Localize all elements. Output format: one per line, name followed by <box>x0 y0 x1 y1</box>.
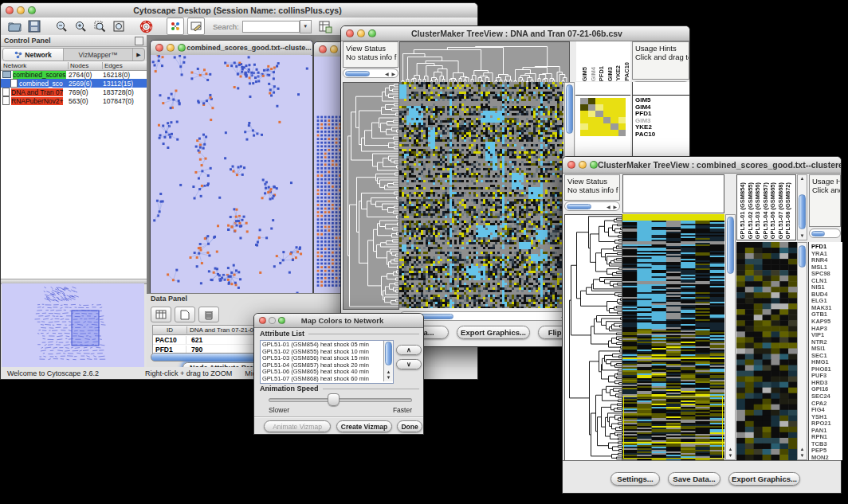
id-column-header[interactable]: ID <box>153 326 187 334</box>
float-panel-icon[interactable] <box>135 37 143 45</box>
zoom-selected-icon[interactable] <box>92 18 108 34</box>
open-file-icon[interactable] <box>7 18 23 34</box>
close-button[interactable] <box>6 6 14 14</box>
minimize-button[interactable] <box>357 29 365 37</box>
col-header-network[interactable]: Network <box>1 62 69 69</box>
treeview2-title-bar[interactable]: ClusterMaker TreeView : combined_scores_… <box>563 157 841 174</box>
col-header-nodes[interactable]: Nodes <box>69 62 103 69</box>
save-icon[interactable] <box>26 18 42 34</box>
heatmap-cell <box>603 123 611 130</box>
attribute-list-scrollbar[interactable]: ▲▼ <box>383 341 393 381</box>
zoom-view-vscrollbar[interactable]: ▲▼ <box>797 242 807 460</box>
column-dendrogram[interactable] <box>399 41 570 83</box>
network-row[interactable]: combined_sco2569(6)13112(15) <box>1 79 147 88</box>
heatmap-global-view[interactable] <box>399 82 563 308</box>
column-label[interactable]: GPL51-02 (GSM855) <box>747 182 755 239</box>
column-label[interactable]: YKE2 <box>614 65 622 81</box>
gene-label[interactable]: PAC10 <box>635 131 689 139</box>
save-data-button[interactable]: Save Data... <box>668 472 720 486</box>
speed-slider-track[interactable] <box>269 398 412 402</box>
network-canvas[interactable] <box>151 55 311 295</box>
zoom-out-icon[interactable] <box>53 18 69 34</box>
zoom-window-button[interactable] <box>590 161 598 169</box>
zoom-view-heatmap[interactable] <box>580 98 626 136</box>
view-status-scrollbar[interactable]: ◀ ▶ <box>343 68 398 78</box>
cytoscape-title-bar[interactable]: Cytoscape Desktop (Session Name: collins… <box>1 3 477 18</box>
settings-button[interactable]: Settings... <box>610 472 660 486</box>
network-view-title-bar[interactable]: combined_scores_good.txt--cluste... <box>151 41 312 56</box>
network-name: RNAPuberNov2+ <box>11 97 63 105</box>
column-label[interactable]: GPL51-03 (GSM856) <box>754 182 762 239</box>
column-label[interactable]: GPL51-08 (GSM872) <box>784 182 792 239</box>
speed-slider-thumb[interactable] <box>328 393 340 406</box>
heatmap-global-view[interactable] <box>622 214 724 460</box>
attribute-listbox[interactable]: GPL51-01 (GSM854) heat shock 05 minGPL51… <box>260 340 394 384</box>
close-button[interactable] <box>319 45 327 53</box>
close-button[interactable] <box>259 317 266 324</box>
heatmap-vscrollbar[interactable]: ▲▼ <box>725 214 736 460</box>
folder-icon <box>2 71 11 78</box>
row-dendrogram[interactable] <box>343 82 399 310</box>
new-attribute-icon[interactable] <box>175 307 195 322</box>
search-dropdown-button[interactable]: ▼ <box>300 20 312 33</box>
animation-speed-group: Animation Speed <box>260 385 419 393</box>
tab-overflow-button[interactable]: ▶ <box>132 49 144 61</box>
minimize-button[interactable] <box>330 45 338 53</box>
network-row[interactable]: DNA and Tran 07769(0)183728(0) <box>1 88 147 96</box>
close-button[interactable] <box>155 44 163 52</box>
help-lifering-icon[interactable] <box>138 18 154 34</box>
network-row[interactable]: RNAPuberNov2+563(0)107847(0) <box>1 96 147 105</box>
create-vizmap-button[interactable]: Create Vizmap <box>336 420 392 432</box>
zoom-in-icon[interactable] <box>73 18 88 34</box>
export-graphics-button[interactable]: Export Graphics... <box>728 472 800 486</box>
network-row[interactable]: combined_scores2764(0)16218(0) <box>1 70 147 79</box>
column-label[interactable]: PAC10 <box>623 62 631 81</box>
network-overview-thumbnail[interactable] <box>2 283 144 368</box>
column-label[interactable]: GIM5 <box>581 67 589 81</box>
row-dendrogram[interactable] <box>564 214 622 462</box>
zoom-window-button[interactable] <box>28 6 36 14</box>
treeview2-gene-labels[interactable]: PFD1YRA1RNR4MSL1SPC98CLN1NIS1BUD4ELG1MAK… <box>808 242 842 460</box>
tab-vizmapper[interactable]: VizMapper™ <box>64 49 132 61</box>
treeview1-title-bar[interactable]: ClusterMaker TreeView : DNA and Tran 07-… <box>341 26 689 41</box>
column-labels-scrollbar[interactable]: ▲▼ <box>797 174 807 240</box>
view-status-scrollbar[interactable]: ◀ ▶ <box>564 201 620 211</box>
minimize-button[interactable] <box>269 317 276 324</box>
dialog-title-bar[interactable]: Map Colors to Network <box>254 314 423 328</box>
column-label[interactable]: GPL51-04 (GSM857) <box>762 182 770 239</box>
column-label[interactable]: GPL51-06 (GSM865) <box>769 182 777 239</box>
zoom-view-heatmap[interactable] <box>736 242 797 460</box>
zoom-window-button[interactable] <box>368 29 376 37</box>
vizmapper-icon[interactable] <box>167 18 184 35</box>
minimize-button[interactable] <box>167 44 175 52</box>
animate-vizmap-button[interactable]: Animate Vizmap <box>264 420 331 432</box>
divider <box>633 82 689 96</box>
column-label[interactable]: GPL51-07 (GSM868) <box>777 182 785 239</box>
gene-label[interactable]: MON2 <box>811 455 842 460</box>
zoom-fit-icon[interactable] <box>111 18 127 34</box>
close-button[interactable] <box>346 29 354 37</box>
delete-attribute-icon[interactable] <box>198 307 219 322</box>
export-graphics-button[interactable]: Export Graphics... <box>457 326 530 339</box>
move-down-button[interactable]: ∨ <box>396 359 422 369</box>
close-button[interactable] <box>567 161 575 169</box>
attribute-browser-icon[interactable] <box>318 18 334 34</box>
column-label[interactable]: PFD1 <box>598 66 606 81</box>
done-button[interactable]: Done <box>397 420 422 432</box>
minimize-button[interactable] <box>17 6 25 14</box>
annotation-icon[interactable] <box>187 18 205 35</box>
col-header-edges[interactable]: Edges <box>103 62 147 69</box>
zoom-window-button[interactable] <box>278 317 285 324</box>
zoom-window-button[interactable] <box>178 44 186 52</box>
minimize-button[interactable] <box>579 161 587 169</box>
tab-network[interactable]: Network <box>3 49 64 61</box>
search-input[interactable] <box>242 21 300 33</box>
attribute-table-icon[interactable] <box>151 307 171 322</box>
column-label[interactable]: GIM3 <box>607 67 614 81</box>
treeview1-hscrollbar[interactable]: ◀ ▶ <box>399 311 575 321</box>
attribute-item[interactable]: GPL51-07 (GSM868) heat shock 60 min <box>262 376 391 383</box>
move-up-button[interactable]: ∧ <box>396 345 422 355</box>
column-label[interactable]: GIM4 <box>590 67 598 81</box>
column-label[interactable]: GPL51-01 (GSM854) <box>739 182 747 239</box>
usage-hints-scrollbar[interactable] <box>809 229 841 238</box>
